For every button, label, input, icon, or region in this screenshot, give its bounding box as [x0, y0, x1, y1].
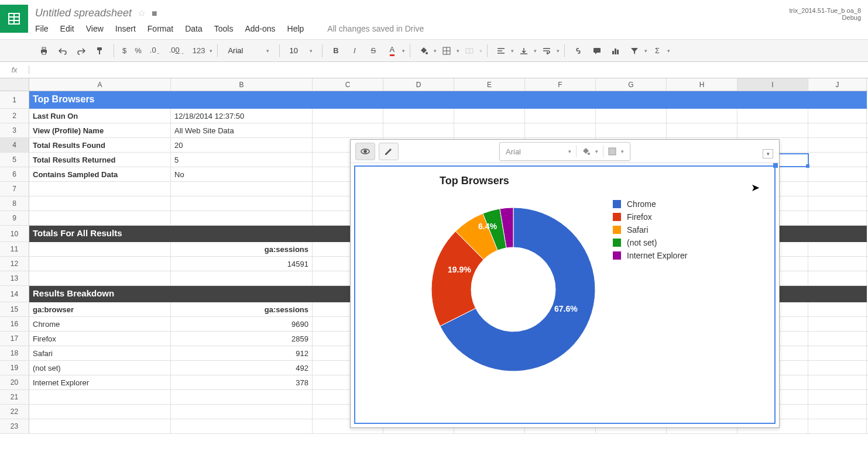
cell[interactable]: ga:sessions [171, 242, 313, 256]
cell[interactable] [808, 375, 867, 389]
cell[interactable] [454, 109, 525, 123]
cell[interactable]: Safari [29, 346, 171, 360]
cell[interactable]: 492 [171, 361, 313, 375]
cell[interactable] [313, 91, 383, 109]
borders-button[interactable] [438, 43, 455, 59]
cell[interactable] [29, 257, 171, 271]
cell[interactable] [808, 317, 867, 331]
chart-edit-button[interactable] [379, 143, 399, 160]
cell[interactable] [525, 123, 596, 137]
row-header[interactable]: 17 [0, 332, 29, 346]
menu-tools[interactable]: Tools [214, 24, 234, 33]
chart-icon[interactable] [607, 43, 625, 59]
wrap-button[interactable] [538, 43, 555, 59]
cell[interactable] [596, 109, 667, 123]
cell[interactable] [29, 182, 171, 196]
cell[interactable] [667, 123, 737, 137]
menu-data[interactable]: Data [185, 24, 203, 33]
row-header[interactable]: 19 [0, 361, 29, 375]
doc-title[interactable]: Untitled spreadsheet [35, 7, 132, 19]
cell[interactable] [525, 109, 596, 123]
cell[interactable] [171, 196, 313, 210]
row-header[interactable]: 3 [0, 123, 29, 137]
number-format-button[interactable]: 123 [189, 46, 209, 55]
col-header-J[interactable]: J [808, 78, 867, 91]
valign-button[interactable] [515, 43, 533, 59]
cell[interactable] [808, 346, 867, 360]
row-header[interactable]: 8 [0, 196, 29, 210]
row-header[interactable]: 2 [0, 109, 29, 123]
cell[interactable] [171, 390, 313, 404]
menu-view[interactable]: View [86, 24, 104, 33]
cell[interactable] [808, 167, 867, 181]
functions-icon[interactable]: Σ [649, 43, 666, 59]
col-header-A[interactable]: A [29, 78, 171, 91]
row-header[interactable]: 23 [0, 419, 29, 433]
cell[interactable] [808, 182, 867, 196]
cell[interactable] [808, 211, 867, 225]
cell[interactable]: Top Browsers [29, 91, 171, 109]
chart-menu-button[interactable]: ▾ [763, 149, 773, 158]
cell[interactable] [808, 138, 867, 152]
cell[interactable] [525, 91, 596, 109]
col-header-D[interactable]: D [383, 78, 454, 91]
undo-icon[interactable] [54, 43, 71, 59]
cell[interactable]: 2859 [171, 332, 313, 346]
cell[interactable]: Internet Explorer [29, 375, 171, 389]
sheets-logo[interactable] [0, 5, 28, 33]
cell[interactable] [454, 123, 525, 137]
cell[interactable] [808, 257, 867, 271]
formula-input[interactable] [29, 65, 868, 74]
row-header[interactable]: 5 [0, 153, 29, 167]
cell[interactable] [171, 91, 313, 109]
filter-icon[interactable] [626, 43, 643, 59]
cell[interactable]: View (Profile) Name [29, 123, 171, 137]
cell[interactable] [808, 390, 867, 404]
cell[interactable]: Chrome [29, 317, 171, 331]
cell[interactable] [171, 226, 313, 242]
cell[interactable] [667, 109, 737, 123]
row-header[interactable]: 18 [0, 346, 29, 360]
font-size-select[interactable]: 10▾ [284, 43, 317, 58]
currency-format-button[interactable]: $ [119, 46, 130, 55]
row-header[interactable]: 10 [0, 226, 29, 241]
row-header[interactable]: 6 [0, 167, 29, 181]
row-header[interactable]: 1 [0, 91, 29, 108]
row-header[interactable]: 12 [0, 257, 29, 271]
col-header-H[interactable]: H [667, 78, 737, 91]
cell[interactable]: ga:sessions [171, 302, 313, 316]
cell[interactable] [171, 286, 313, 302]
cell[interactable]: 12/18/2014 12:37:50 [171, 109, 313, 123]
star-icon[interactable]: ☆ [138, 8, 146, 19]
menu-file[interactable]: File [35, 24, 49, 33]
col-header-E[interactable]: E [454, 78, 525, 91]
cell[interactable] [383, 91, 454, 109]
cell[interactable] [171, 405, 313, 419]
cell[interactable]: No [171, 167, 313, 181]
link-icon[interactable] [569, 43, 587, 59]
row-header[interactable]: 21 [0, 390, 29, 404]
menu-help[interactable]: Help [287, 24, 304, 33]
cell[interactable] [737, 91, 808, 109]
col-header-B[interactable]: B [171, 78, 313, 91]
cell[interactable] [313, 123, 383, 137]
col-header-G[interactable]: G [596, 78, 667, 91]
row-header[interactable]: 11 [0, 242, 29, 256]
cell[interactable]: Firefox [29, 332, 171, 346]
text-color-button[interactable]: A [383, 43, 401, 59]
cell[interactable] [808, 226, 867, 242]
cell[interactable] [29, 196, 171, 210]
select-all-corner[interactable] [0, 78, 29, 91]
cell[interactable] [383, 123, 454, 137]
cell[interactable] [808, 332, 867, 346]
font-family-select[interactable]: Arial▾ [222, 43, 275, 58]
print-icon[interactable] [35, 43, 53, 59]
row-header[interactable]: 20 [0, 375, 29, 389]
cell[interactable] [808, 361, 867, 375]
cell[interactable]: Totals For All Results [29, 226, 171, 242]
cell[interactable]: Last Run On [29, 109, 171, 123]
cell[interactable] [596, 123, 667, 137]
cell[interactable] [808, 196, 867, 210]
cell[interactable] [596, 91, 667, 109]
menu-format[interactable]: Format [147, 24, 173, 33]
